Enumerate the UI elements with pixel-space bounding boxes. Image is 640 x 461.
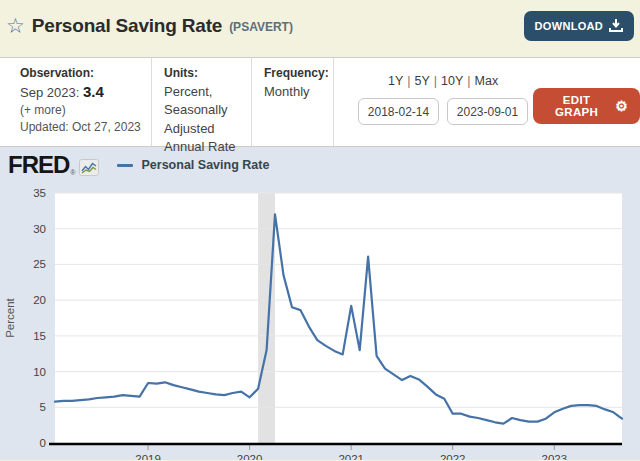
legend-series-label: Personal Saving Rate — [142, 158, 270, 172]
legend-line-sample — [117, 164, 133, 167]
series-meta-bar: Observation: Sep 2023: 3.4 (+ more) Upda… — [0, 57, 640, 147]
download-button[interactable]: DOWNLOAD — [524, 11, 634, 41]
start-date-input[interactable] — [358, 98, 439, 125]
graph-container: FRED ® Personal Saving Rate 051015202530… — [0, 147, 640, 460]
range-separator: | — [403, 74, 414, 88]
more-observations-link[interactable]: (+ more) — [20, 103, 141, 117]
graph-controls-panel: 1Y|5Y|10Y|Max EDIT GRAPH ⚙ — [334, 58, 640, 146]
observation-date: Sep 2023: — [20, 85, 79, 100]
y-axis-title: Percent — [4, 297, 16, 337]
frequency-value: Monthly — [264, 83, 323, 101]
x-tick-label: 2021 — [338, 453, 364, 460]
observation-panel: Observation: Sep 2023: 3.4 (+ more) Upda… — [0, 58, 152, 146]
range-link-1y[interactable]: 1Y — [388, 74, 403, 88]
x-tick-label: 2022 — [440, 453, 466, 460]
y-tick-label: 20 — [33, 294, 46, 306]
observation-value-line: Sep 2023: 3.4 — [20, 83, 141, 100]
page-header: ☆ Personal Saving Rate (PSAVERT) DOWNLOA… — [0, 0, 640, 57]
end-date-input[interactable] — [447, 98, 528, 125]
edit-graph-button[interactable]: EDIT GRAPH ⚙ — [533, 88, 640, 124]
range-link-10y[interactable]: 10Y — [441, 74, 463, 88]
y-tick-label: 0 — [40, 437, 46, 449]
page-title: Personal Saving Rate — [32, 15, 222, 37]
updated-date: Updated: Oct 27, 2023 — [20, 120, 141, 134]
plot-background — [55, 193, 622, 443]
download-icon — [609, 19, 623, 32]
x-tick-label: 2019 — [135, 453, 161, 460]
observation-value: 3.4 — [83, 83, 104, 100]
range-links: 1Y|5Y|10Y|Max — [388, 74, 498, 88]
units-label: Units: — [164, 66, 241, 80]
fred-logo-text: FRED — [8, 153, 69, 177]
y-tick-label: 25 — [33, 258, 46, 270]
download-button-label: DOWNLOAD — [535, 20, 603, 32]
edit-graph-label: EDIT GRAPH — [545, 94, 608, 118]
x-tick-label: 2023 — [542, 453, 568, 460]
recession-band — [258, 193, 275, 443]
fred-logo[interactable]: FRED ® — [8, 153, 99, 177]
gear-icon: ⚙ — [615, 99, 628, 113]
units-panel: Units: Percent, Seasonally Adjusted Annu… — [152, 58, 252, 146]
frequency-panel: Frequency: Monthly — [252, 58, 334, 146]
frequency-label: Frequency: — [264, 66, 323, 80]
favorite-star-icon[interactable]: ☆ — [6, 15, 25, 36]
range-link-5y[interactable]: 5Y — [415, 74, 430, 88]
series-id: (PSAVERT) — [229, 20, 293, 34]
observation-label: Observation: — [20, 66, 141, 80]
units-value: Percent, Seasonally Adjusted Annual Rate — [164, 83, 241, 157]
y-tick-label: 5 — [40, 401, 46, 413]
x-tick-label: 2020 — [237, 453, 263, 460]
registered-mark: ® — [70, 169, 75, 176]
y-tick-label: 15 — [33, 330, 46, 342]
line-chart-canvas[interactable]: 0510152025303520192020202120222023Percen… — [0, 183, 640, 460]
range-link-max[interactable]: Max — [475, 74, 499, 88]
range-separator: | — [463, 74, 474, 88]
y-tick-label: 10 — [33, 366, 46, 378]
fred-logo-chart-icon — [79, 159, 99, 176]
legend-row: FRED ® Personal Saving Rate — [0, 147, 640, 183]
y-tick-label: 30 — [33, 223, 46, 235]
y-tick-label: 35 — [33, 187, 46, 199]
range-separator: | — [430, 74, 441, 88]
